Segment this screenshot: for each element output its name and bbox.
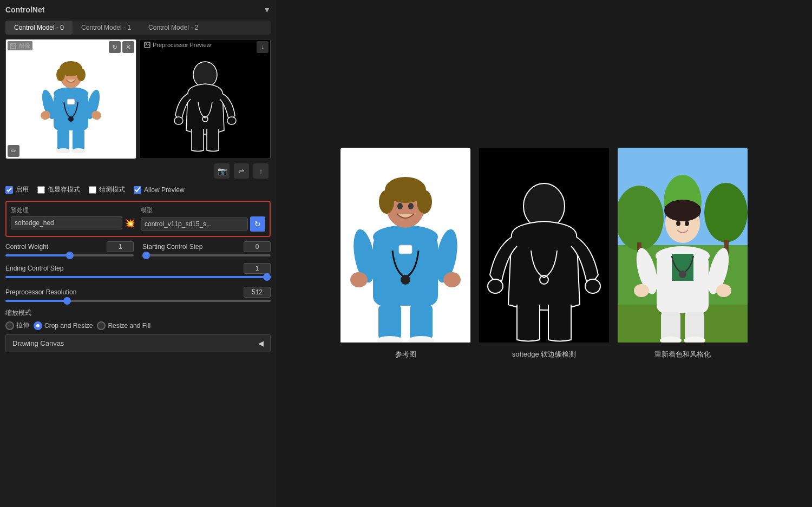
resolution-label: Preprocessor Resolution: [5, 288, 76, 296]
refresh-source-btn[interactable]: ↻: [109, 41, 121, 53]
resolution-header: Preprocessor Resolution 512: [5, 287, 271, 298]
preprocessor-select[interactable]: softedge_hed: [11, 216, 122, 229]
panel-header: ControlNet ▼: [5, 5, 271, 14]
source-image-content: [6, 39, 136, 159]
svg-rect-39: [399, 245, 412, 254]
svg-rect-71: [685, 312, 704, 340]
gallery-item-reference: 参考图: [340, 148, 470, 359]
download-preview-btn[interactable]: ↓: [257, 41, 269, 53]
control-weight-label: Control Weight: [5, 243, 48, 251]
low-vram-input[interactable]: [37, 186, 45, 194]
camera-btn[interactable]: 📷: [214, 163, 230, 179]
zoom-stretch[interactable]: 拉伸: [5, 321, 29, 330]
svg-point-69: [716, 284, 731, 297]
svg-point-53: [704, 183, 748, 242]
gallery-caption-reference: 参考图: [395, 350, 416, 359]
edge-illustration: [170, 45, 240, 153]
gallery-img-stylized: [618, 148, 748, 344]
zoom-mode-radio-group: 拉伸 Crop and Resize Resize and Fill: [5, 321, 271, 330]
zoom-crop-resize[interactable]: Crop and Resize: [34, 321, 93, 330]
guess-mode-input[interactable]: [89, 186, 96, 194]
enable-input[interactable]: [5, 186, 13, 194]
gallery-item-stylized: 重新着色和风格化: [618, 148, 748, 359]
swap-btn[interactable]: ⇌: [234, 163, 249, 179]
action-icon-row: 📷 ⇌ ↑: [5, 163, 271, 179]
svg-point-47: [488, 279, 503, 293]
svg-point-68: [634, 284, 649, 297]
zoom-stretch-btn[interactable]: [5, 321, 14, 330]
close-source-btn[interactable]: ✕: [122, 41, 134, 53]
model-col: 模型 control_v11p_sd15_s... ↻: [141, 206, 265, 232]
ending-step-value: 1: [244, 263, 271, 274]
panel-collapse-arrow[interactable]: ▼: [263, 5, 271, 14]
zoom-crop-resize-btn[interactable]: [34, 321, 42, 330]
panel-title: ControlNet: [5, 5, 44, 14]
low-vram-checkbox[interactable]: 低显存模式: [37, 185, 80, 194]
svg-point-38: [401, 275, 410, 285]
zoom-resize-fill[interactable]: Resize and Fill: [97, 321, 150, 330]
zoom-mode-label: 缩放模式: [5, 308, 271, 318]
gallery-item-edge: softedge 软边缘检测: [479, 148, 609, 359]
preprocessor-label: 预处理: [11, 206, 135, 214]
svg-point-12: [68, 116, 74, 122]
fire-icon: 💥: [125, 218, 135, 228]
tab-control-model-2[interactable]: Control Model - 2: [140, 21, 207, 35]
upload-btn[interactable]: ↑: [253, 163, 269, 179]
drawing-canvas-arrow: ◀: [258, 339, 264, 347]
ending-step-slider[interactable]: [5, 276, 271, 278]
svg-point-22: [174, 117, 183, 124]
zoom-resize-fill-btn[interactable]: [97, 321, 106, 330]
svg-rect-41: [410, 305, 433, 340]
svg-rect-15: [73, 129, 84, 150]
refresh-model-btn[interactable]: ↻: [250, 216, 265, 232]
enable-checkbox[interactable]: 启用: [5, 185, 29, 194]
tab-control-model-0[interactable]: Control Model - 0: [5, 21, 73, 35]
starting-step-value: 0: [244, 241, 271, 252]
allow-preview-checkbox[interactable]: Allow Preview: [134, 186, 185, 194]
preview-image-content: [140, 39, 270, 159]
model-label: 模型: [141, 206, 265, 214]
image-icon: [10, 43, 16, 49]
options-row: 启用 低显存模式 猜测模式 Allow Preview: [5, 183, 271, 196]
gallery-caption-stylized: 重新着色和风格化: [654, 350, 711, 359]
svg-point-64: [685, 221, 689, 226]
edit-source-btn[interactable]: ✏: [8, 145, 19, 157]
svg-point-23: [227, 117, 236, 124]
drawing-canvas-row[interactable]: Drawing Canvas ◀: [5, 334, 271, 352]
svg-point-48: [585, 279, 600, 293]
starting-step-label: Starting Control Step: [142, 243, 202, 251]
resolution-slider[interactable]: [5, 300, 271, 302]
control-weight-slider[interactable]: [5, 254, 134, 256]
source-image-edit-btn: ✏: [8, 145, 19, 157]
starting-step-slider[interactable]: [142, 254, 271, 256]
resolution-row: Preprocessor Resolution 512: [5, 285, 271, 304]
preprocessor-col: 预处理 softedge_hed 💥: [11, 206, 135, 232]
gallery-edge-detection: [479, 148, 609, 343]
control-weight-value: 1: [107, 241, 134, 252]
gallery-caption-edge: softedge 软边缘检测: [512, 350, 577, 359]
model-tabs: Control Model - 0 Control Model - 1 Cont…: [5, 21, 271, 35]
svg-point-37: [443, 272, 461, 287]
svg-point-33: [408, 203, 414, 209]
preprocessor-select-row: softedge_hed 💥: [11, 216, 135, 229]
source-image-label: 图像: [8, 41, 32, 50]
source-image-box: 图像 ↻ ✕: [5, 39, 136, 159]
left-panel: ControlNet ▼ Control Model - 0 Control M…: [0, 0, 276, 507]
gallery-stylized: [618, 148, 748, 343]
allow-preview-input[interactable]: [134, 186, 141, 194]
preview-image-controls: ↓: [257, 41, 269, 53]
svg-rect-3: [54, 93, 88, 130]
guess-mode-checkbox[interactable]: 猜测模式: [89, 185, 125, 194]
model-select[interactable]: control_v11p_sd15_s...: [141, 218, 248, 231]
tab-control-model-1[interactable]: Control Model - 1: [73, 21, 140, 35]
svg-point-30: [379, 190, 394, 214]
preview-image-icon: [144, 42, 150, 48]
ending-step-label: Ending Control Step: [5, 265, 63, 272]
svg-point-65: [679, 271, 686, 278]
svg-rect-13: [67, 99, 75, 104]
svg-point-63: [676, 221, 680, 226]
ending-step-header: Ending Control Step 1: [5, 263, 271, 274]
svg-point-7: [77, 68, 86, 81]
gallery-nurse-color: [340, 148, 470, 343]
right-panel: 参考图: [276, 0, 812, 507]
